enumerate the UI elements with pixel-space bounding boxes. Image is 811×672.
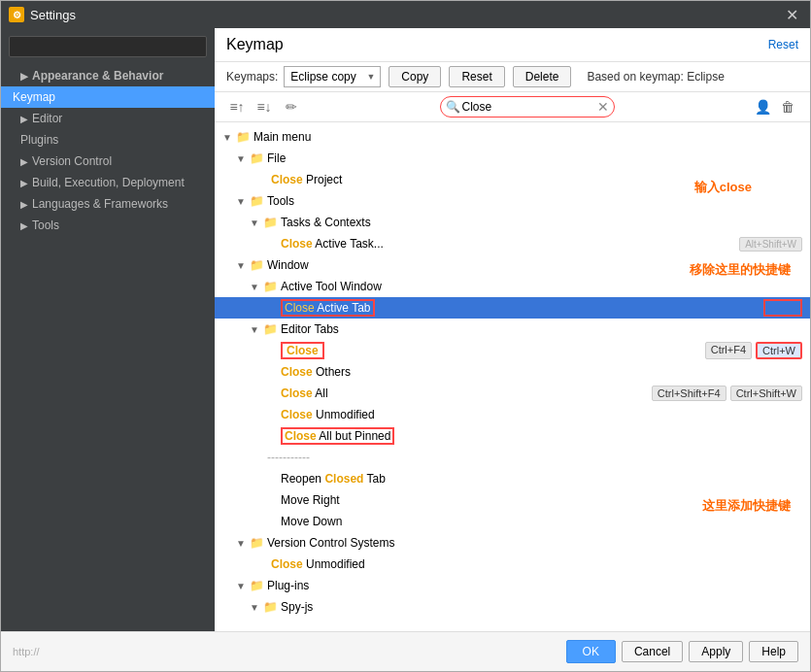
edit-icon[interactable]: ✏ [281, 96, 302, 118]
title-bar-left: ⚙ Settings [9, 7, 76, 22]
sidebar-item-keymap[interactable]: Keymap [1, 86, 215, 108]
user-icon[interactable]: 👤 [752, 96, 773, 118]
collapse-icon: ▼ [250, 282, 263, 292]
shortcut-badge: Ctrl+Shift+W [730, 386, 802, 401]
tree-row[interactable]: ▼ 📁 Main menu [215, 126, 810, 148]
keymap-search-input[interactable] [440, 96, 615, 118]
keymap-title: Keymap [226, 36, 284, 53]
tree-row-vcs-close[interactable]: Close Unmodified [215, 554, 810, 575]
tree-row-move-down[interactable]: Move Down [215, 511, 810, 532]
left-panel: ▶ Appearance & Behavior Keymap ▶ Editor … [1, 28, 215, 631]
search-clear-icon[interactable]: ✕ [597, 99, 609, 115]
arrow-icon: ▶ [20, 71, 28, 82]
keymaps-label: Keymaps: [226, 70, 278, 84]
folder-icon: 📁 [263, 322, 279, 336]
keymap-select[interactable]: Eclipse copy [284, 66, 381, 87]
folder-icon: 📁 [250, 536, 265, 550]
help-button[interactable]: Help [749, 641, 798, 662]
nav-tree: ▶ Appearance & Behavior Keymap ▶ Editor … [1, 65, 215, 631]
left-search-box [1, 28, 215, 65]
tree-row[interactable]: ▼ 📁 Active Tool Window [215, 276, 810, 297]
tree-item-label: Close Unmodified [271, 557, 802, 571]
tree-row[interactable]: ▼ 📁 Tasks & Contexts [215, 212, 810, 233]
shortcut-badge: Alt+Shift+W [739, 237, 802, 252]
shortcut-area [763, 299, 802, 317]
tree-row[interactable]: ▼ 📁 Tools [215, 190, 810, 212]
arrow-icon: ▶ [20, 178, 28, 188]
tree-item-label: Active Tool Window [281, 280, 802, 293]
tree-row-close-all[interactable]: Close All Ctrl+Shift+F4 Ctrl+Shift+W [215, 383, 810, 404]
tree-row-move-right[interactable]: Move Right [215, 489, 810, 511]
tree-item-label: Plug-ins [267, 579, 802, 592]
tree-row-close[interactable]: Close Ctrl+F4 Ctrl+W [215, 340, 810, 361]
copy-button[interactable]: Copy [389, 66, 441, 87]
tree-row-reopen[interactable]: Reopen Closed Tab [215, 468, 810, 489]
sidebar-item-languages[interactable]: ▶ Languages & Frameworks [1, 193, 215, 215]
tree-row-close-pinned[interactable]: Close All but Pinned [215, 425, 810, 447]
tree-item-label: Spy-js [281, 600, 802, 614]
tree-row-editor-tabs[interactable]: ▼ 📁 Editor Tabs [215, 319, 810, 340]
sidebar-item-tools[interactable]: ▶ Tools [1, 215, 215, 236]
collapse-icon: ▼ [250, 602, 263, 613]
ok-button[interactable]: OK [566, 640, 616, 663]
collapse-icon: ▼ [250, 324, 263, 335]
tree-item-label: Move Down [281, 515, 802, 528]
folder-icon: 📁 [236, 130, 252, 144]
shortcut-area: Alt+Shift+W [739, 237, 802, 252]
tree-row-close-others[interactable]: Close Others [215, 361, 810, 383]
arrow-icon: ▶ [20, 156, 28, 167]
collapse-icon: ▼ [236, 581, 250, 591]
arrow-icon: ▶ [20, 114, 28, 124]
keymap-header: Keymap Reset [215, 28, 810, 62]
sidebar-item-editor[interactable]: ▶ Editor [1, 108, 215, 129]
keymap-reset-link[interactable]: Reset [768, 38, 798, 51]
collapse-icon: ▼ [236, 153, 250, 164]
arrow-icon: ▶ [20, 220, 28, 231]
collapse-icon: ▼ [236, 196, 250, 207]
reset-button[interactable]: Reset [449, 66, 504, 87]
separator-label: ----------- [267, 451, 310, 464]
tree-row-close-active-tab[interactable]: Close Active Tab [215, 297, 810, 319]
tree-item-label: Close All [281, 386, 652, 400]
sort-asc-icon[interactable]: ≡↑ [226, 96, 248, 118]
tree-item-label: Tasks & Contexts [281, 216, 802, 229]
tree-item-label: Editor Tabs [281, 322, 802, 336]
sidebar-item-appearance[interactable]: ▶ Appearance & Behavior [1, 65, 215, 86]
tree-item-label: Close Active Task... [281, 237, 739, 251]
tree-row-vcs[interactable]: ▼ 📁 Version Control Systems [215, 532, 810, 554]
trash-icon[interactable]: 🗑 [777, 96, 798, 118]
sort-desc-icon[interactable]: ≡↓ [253, 96, 275, 118]
sidebar-item-label: Keymap [13, 90, 55, 104]
tree-item-label: Main menu [253, 130, 802, 144]
search-icon: 🔍 [446, 100, 460, 114]
tree-row[interactable]: Close Active Task... Alt+Shift+W [215, 233, 810, 254]
delete-button[interactable]: Delete [513, 66, 572, 87]
sidebar-item-label: Tools [32, 218, 59, 232]
tree-item-label: Reopen Closed Tab [281, 472, 802, 486]
tree-row[interactable]: Close Project [215, 169, 810, 190]
tree-item-label: Close Project [271, 173, 802, 186]
sidebar-item-build[interactable]: ▶ Build, Execution, Deployment [1, 172, 215, 193]
shortcut-badge: Ctrl+F4 [705, 342, 752, 359]
sidebar-item-vcs[interactable]: ▶ Version Control [1, 151, 215, 172]
collapse-icon: ▼ [250, 218, 263, 228]
tree-row-plugins[interactable]: ▼ 📁 Plug-ins [215, 575, 810, 596]
collapse-icon: ▼ [236, 538, 250, 549]
main-content: ▶ Appearance & Behavior Keymap ▶ Editor … [1, 28, 810, 631]
tree-row-close-unmodified[interactable]: Close Unmodified [215, 404, 810, 425]
shortcut-area: Ctrl+Shift+F4 Ctrl+Shift+W [652, 386, 802, 401]
action-icons: ≡↑ ≡↓ ✏ [226, 96, 302, 118]
tree-row[interactable]: ▼ 📁 Window [215, 254, 810, 276]
sidebar-item-label: Version Control [32, 154, 112, 168]
shortcut-badge-highlight: Ctrl+W [756, 342, 802, 359]
tree-row-separator: ----------- [215, 447, 810, 468]
tree-row[interactable]: ▼ 📁 File [215, 148, 810, 169]
tree-row-spyjs[interactable]: ▼ 📁 Spy-js [215, 596, 810, 618]
tree-item-label: Close [281, 344, 705, 357]
bottom-bar: http:// OK Cancel Apply Help [1, 631, 810, 671]
cancel-button[interactable]: Cancel [622, 641, 683, 662]
apply-button[interactable]: Apply [689, 641, 743, 662]
sidebar-item-plugins[interactable]: Plugins [1, 129, 215, 151]
left-search-input[interactable] [9, 36, 207, 57]
close-window-button[interactable]: ✕ [782, 6, 802, 24]
